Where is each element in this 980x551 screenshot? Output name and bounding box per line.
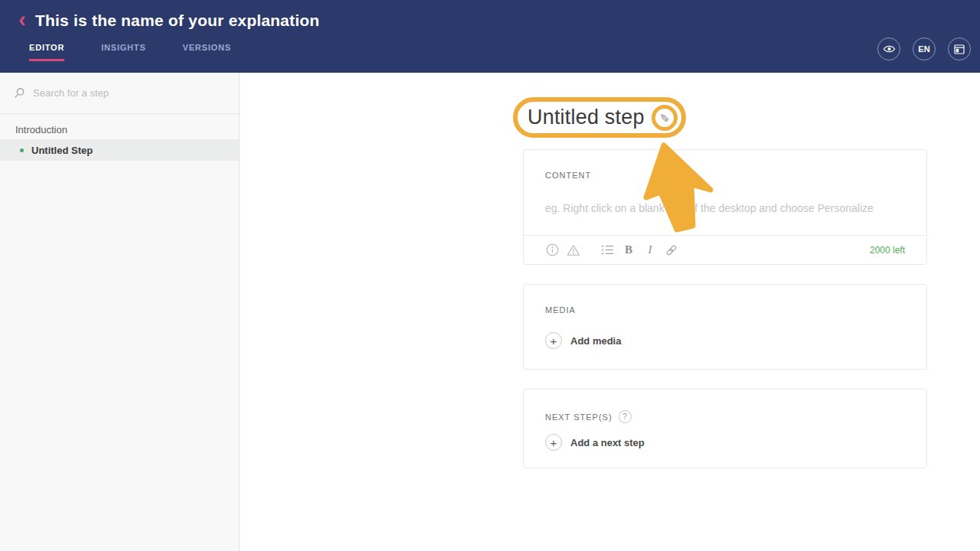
eye-icon (883, 44, 896, 54)
page-title: This is the name of your explanation (35, 11, 319, 30)
plus-icon: + (545, 332, 562, 349)
tab-editor[interactable]: EDITOR (29, 43, 64, 61)
app-window: ‹ This is the name of your explanation E… (0, 0, 980, 551)
section-title: Introduction (15, 124, 67, 135)
header: ‹ This is the name of your explanation E… (0, 0, 980, 73)
chevron-left-icon: ‹ (18, 9, 26, 29)
list-icon[interactable] (600, 243, 614, 257)
add-next-step-button[interactable]: + Add a next step (545, 434, 645, 451)
language-button[interactable]: EN (913, 37, 936, 60)
info-icon[interactable] (545, 243, 559, 257)
media-card: MEDIA + Add media (523, 284, 927, 370)
bold-icon[interactable]: B (622, 243, 635, 257)
pencil-icon: ✎ (658, 112, 671, 122)
search-icon (14, 87, 25, 99)
media-card-label: MEDIA (545, 305, 576, 315)
preview-button[interactable] (877, 37, 900, 60)
tab-bar: EDITOR INSIGHTS VERSIONS (29, 43, 268, 61)
step-title[interactable]: Untitled step (528, 106, 645, 129)
content-card: CONTENT eg. Right click on a blank part … (523, 149, 927, 265)
tab-versions[interactable]: VERSIONS (183, 43, 231, 61)
add-media-button[interactable]: + Add media (545, 332, 621, 349)
content-card-label: CONTENT (545, 171, 591, 180)
warning-icon[interactable] (567, 243, 580, 257)
layout-icon (954, 44, 965, 54)
search-input[interactable] (33, 87, 217, 99)
content-textarea[interactable]: eg. Right click on a blank part of the d… (545, 202, 905, 214)
help-icon[interactable]: ? (619, 410, 632, 423)
step-item-label: Untitled Step (31, 145, 93, 156)
next-steps-card-label: NEXT STEP(S) (545, 412, 612, 422)
back-button[interactable]: ‹ (12, 9, 32, 32)
tab-insights[interactable]: INSIGHTS (101, 43, 145, 61)
step-search (0, 73, 239, 114)
edit-title-button[interactable]: ✎ (652, 105, 678, 131)
language-label: EN (918, 44, 929, 54)
steps-sidebar: Introduction Untitled Step (0, 73, 240, 551)
editor-main: Untitled step ✎ CONTENT eg. Right click … (240, 73, 980, 551)
content-toolbar: B I 2000 left (524, 235, 926, 264)
sidebar-step-item[interactable]: Untitled Step (0, 139, 239, 161)
layout-button[interactable] (948, 37, 971, 60)
add-media-label: Add media (570, 335, 621, 347)
add-next-step-label: Add a next step (570, 437, 645, 448)
italic-icon[interactable]: I (643, 243, 657, 257)
next-steps-card: NEXT STEP(S) ? + Add a next step (523, 389, 927, 468)
step-status-dot (20, 148, 24, 152)
link-icon[interactable] (665, 243, 678, 257)
step-title-highlight: Untitled step ✎ (513, 97, 686, 138)
header-actions: EN (877, 37, 971, 60)
chars-left-counter: 2000 left (870, 245, 905, 256)
plus-icon: + (545, 434, 562, 451)
